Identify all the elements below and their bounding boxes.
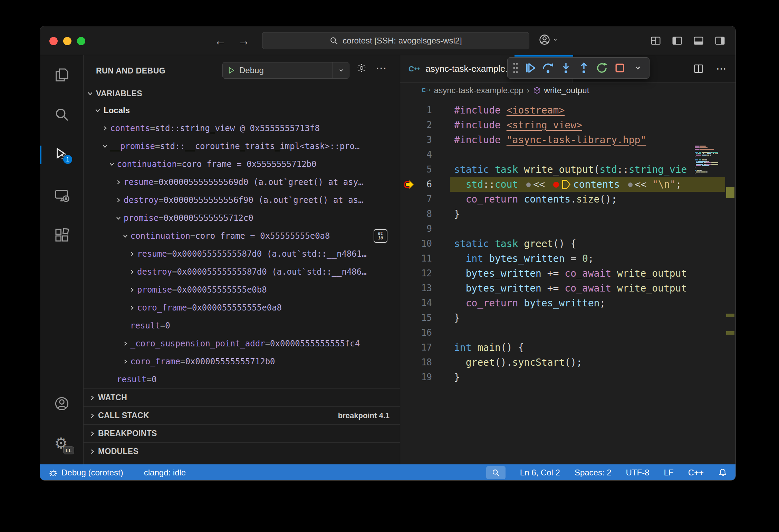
watch-section-header[interactable]: WATCH: [84, 388, 400, 406]
inline-breakpoint-active-icon[interactable]: [553, 182, 559, 188]
line-number[interactable]: 18: [400, 355, 438, 370]
code-line[interactable]: 3#include "async-task-library.hpp": [400, 132, 735, 147]
eol-item[interactable]: LF: [664, 468, 674, 477]
extensions-icon[interactable]: [54, 228, 69, 243]
account-icon[interactable]: [54, 396, 69, 411]
view-binary-icon[interactable]: 0110: [374, 229, 387, 243]
toggle-panel-icon[interactable]: [693, 35, 704, 46]
line-number[interactable]: 9: [400, 221, 438, 236]
accounts-menu[interactable]: [539, 34, 558, 46]
editor-more-actions-icon[interactable]: ⋯: [716, 63, 727, 74]
continue-button[interactable]: [522, 60, 538, 76]
twistie-icon[interactable]: [107, 159, 117, 169]
explorer-icon[interactable]: [54, 67, 69, 82]
twistie-icon[interactable]: [120, 231, 131, 241]
code-line[interactable]: 7 co_return contents.size();: [400, 192, 735, 207]
back-button[interactable]: ←: [214, 34, 226, 48]
twistie-icon[interactable]: [100, 141, 110, 151]
zoom-indicator-button[interactable]: [486, 466, 506, 479]
dropdown-chevron-icon[interactable]: [333, 62, 349, 78]
code-line[interactable]: 19}: [400, 370, 735, 385]
line-number[interactable]: 13: [400, 281, 438, 296]
line-number[interactable]: 11: [400, 251, 438, 266]
twistie-icon[interactable]: [113, 195, 124, 205]
twistie-icon[interactable]: [127, 285, 137, 295]
line-number[interactable]: 3: [400, 132, 438, 147]
remote-explorer-icon[interactable]: [54, 188, 69, 203]
step-into-button[interactable]: [558, 60, 574, 76]
overview-ruler[interactable]: [725, 140, 735, 464]
clangd-status-item[interactable]: clangd: idle: [144, 468, 186, 477]
call-stack-section-header[interactable]: CALL STACK breakpoint 4.1: [84, 406, 400, 424]
line-number[interactable]: 15: [400, 311, 438, 325]
code-line[interactable]: 6 std::cout << contents << "\n";: [400, 177, 735, 192]
toolbar-gripper-icon[interactable]: [511, 60, 520, 76]
variable-row[interactable]: resume = 0x00005555555569d0 (a.out`greet…: [84, 173, 400, 191]
twistie-icon[interactable]: [127, 267, 137, 277]
line-number[interactable]: 5: [400, 162, 438, 177]
line-number[interactable]: 19: [400, 370, 438, 385]
line-number[interactable]: 4: [400, 147, 438, 162]
variable-row[interactable]: contents = std::string_view @ 0x55555557…: [84, 119, 400, 137]
variable-row[interactable]: _coro_suspension_point_addr = 0x00005555…: [84, 335, 400, 353]
debug-more-chevron-icon[interactable]: [630, 60, 646, 76]
step-over-button[interactable]: [540, 60, 556, 76]
toggle-secondary-sidebar-icon[interactable]: [714, 35, 725, 46]
variable-row[interactable]: resume = 0x00005555555587d0 (a.out`std::…: [84, 245, 400, 263]
twistie-icon[interactable]: [113, 177, 124, 187]
cursor-position-item[interactable]: Ln 6, Col 2: [520, 468, 560, 477]
debug-status-item[interactable]: Debug (corotest): [48, 468, 123, 477]
split-editor-icon[interactable]: [693, 63, 704, 74]
variable-row[interactable]: promise = 0x000055555555e0b8: [84, 281, 400, 299]
variable-row[interactable]: __promise = std::__coroutine_traits_impl…: [84, 137, 400, 155]
customize-layout-icon[interactable]: [650, 35, 661, 46]
line-number[interactable]: 10: [400, 236, 438, 251]
variable-row[interactable]: destroy = 0x0000555555556f90 (a.out`gree…: [84, 191, 400, 209]
code-line[interactable]: 18 greet().syncStart();: [400, 355, 735, 370]
encoding-item[interactable]: UTF-8: [626, 468, 650, 477]
line-number[interactable]: 1: [400, 103, 438, 118]
code-line[interactable]: 12 bytes_written += co_await write_outpu…: [400, 266, 735, 281]
debug-settings-gear-icon[interactable]: [356, 63, 367, 75]
code-line[interactable]: 13 bytes_written += co_await write_outpu…: [400, 281, 735, 296]
breakpoints-section-header[interactable]: BREAKPOINTS: [84, 424, 400, 442]
line-number[interactable]: 8: [400, 207, 438, 221]
code-line[interactable]: 11 int bytes_written = 0;: [400, 251, 735, 266]
current-breakpoint-arrow-icon[interactable]: [404, 179, 415, 195]
code-line[interactable]: 5static task write_output(std::string_vi…: [400, 162, 735, 177]
variable-row[interactable]: promise = 0x00005555555712c0: [84, 209, 400, 227]
zoom-window-button[interactable]: [77, 37, 85, 45]
language-mode-item[interactable]: C++: [688, 468, 704, 477]
code-line[interactable]: 10static task greet() {: [400, 236, 735, 251]
step-out-button[interactable]: [576, 60, 592, 76]
code-line[interactable]: 15}: [400, 311, 735, 325]
code-line[interactable]: 9: [400, 221, 735, 236]
variables-section-header[interactable]: VARIABLES: [84, 86, 400, 101]
code-editor[interactable]: 1#include <iostream>2#include <string_vi…: [400, 98, 735, 464]
twistie-icon[interactable]: [120, 356, 131, 367]
twistie-icon[interactable]: [113, 213, 124, 223]
command-center-search[interactable]: corotest [SSH: avogelsges-wsl2]: [262, 32, 529, 49]
line-number[interactable]: 17: [400, 340, 438, 355]
notifications-bell-icon[interactable]: [718, 468, 727, 477]
line-number[interactable]: 14: [400, 296, 438, 311]
line-number[interactable]: 12: [400, 266, 438, 281]
variable-row[interactable]: destroy = 0x00005555555587d0 (a.out`std:…: [84, 263, 400, 281]
variable-row[interactable]: result = 0: [84, 317, 400, 335]
toggle-primary-sidebar-icon[interactable]: [672, 35, 683, 46]
start-debug-icon[interactable]: [228, 67, 235, 74]
modules-section-header[interactable]: MODULES: [84, 442, 400, 460]
minimize-window-button[interactable]: [63, 37, 71, 45]
close-window-button[interactable]: [49, 37, 58, 45]
debug-config-dropdown[interactable]: Debug: [222, 62, 349, 79]
code-line[interactable]: 2#include <string_view>: [400, 118, 735, 132]
breadcrumb-symbol[interactable]: write_output: [544, 86, 589, 95]
variable-row[interactable]: coro_frame = 0x000055555555e0a8: [84, 299, 400, 317]
variable-row[interactable]: continuation = coro frame = 0x55555555e0…: [84, 227, 400, 245]
inline-breakpoint-dot-icon[interactable]: [628, 183, 633, 187]
variable-row[interactable]: continuation = coro frame = 0x5555555712…: [84, 155, 400, 173]
twistie-icon[interactable]: [120, 338, 131, 349]
forward-button[interactable]: →: [238, 34, 250, 48]
code-line[interactable]: 4: [400, 147, 735, 162]
code-line[interactable]: 14 co_return bytes_written;: [400, 296, 735, 311]
